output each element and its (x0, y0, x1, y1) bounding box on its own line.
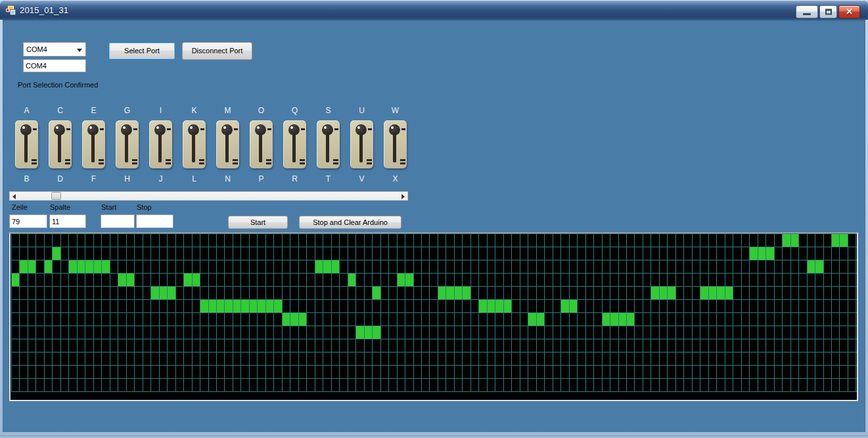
slider-bottom-label: N (216, 174, 239, 183)
slider-detail (333, 159, 338, 161)
fader-slider[interactable] (15, 120, 38, 168)
slider-detail (125, 132, 128, 162)
slider-detail (133, 128, 137, 130)
slider-detail (200, 128, 204, 130)
grid-note-cell (528, 313, 545, 326)
slider-top-label: C (49, 106, 72, 115)
fader-slider[interactable] (49, 120, 72, 168)
slider-top-label: I (149, 106, 172, 115)
scrollbar-thumb[interactable] (51, 192, 61, 200)
title-bar[interactable]: 2015_01_31 ✕ (0, 0, 868, 20)
com-port-input[interactable] (23, 59, 86, 72)
slider-detail (359, 132, 363, 162)
chevron-down-icon (77, 49, 82, 52)
slider-detail (233, 159, 238, 161)
slider-detail (167, 128, 171, 130)
close-icon: ✕ (846, 7, 853, 16)
slider-detail (123, 126, 126, 129)
slider-detail (300, 162, 305, 164)
slider-bottom-label: T (317, 174, 340, 183)
slider-detail (292, 132, 296, 162)
grid-note-cell (603, 313, 635, 326)
stop-and-clear-button[interactable]: Stop and Clear Arduino (299, 216, 401, 229)
stop-field[interactable] (136, 214, 173, 228)
fader-slider[interactable] (216, 120, 239, 168)
grid-note-cell (184, 274, 200, 287)
slider-detail (65, 162, 70, 164)
disconnect-port-button[interactable]: Disconnect Port (182, 42, 252, 60)
fader-slider[interactable] (250, 120, 273, 168)
grid-note-cell (356, 326, 380, 339)
scroll-left-arrow-icon[interactable] (12, 194, 16, 199)
grid-note-cell (750, 247, 774, 260)
app-icon-part (11, 10, 15, 14)
slider-detail (401, 128, 405, 130)
slider-detail (367, 159, 372, 161)
fader-slider[interactable] (82, 120, 105, 168)
zeile-field[interactable] (9, 214, 47, 228)
fader-slider[interactable] (317, 120, 340, 168)
start-label: Start (101, 203, 116, 211)
fader-slider[interactable] (384, 120, 407, 168)
scroll-right-arrow-icon[interactable] (401, 194, 405, 199)
slider-detail (267, 128, 271, 130)
slider-top-label: U (350, 106, 373, 115)
slider-detail (223, 126, 226, 129)
slider-detail (301, 128, 305, 130)
slider-detail (199, 159, 204, 161)
fader-slider[interactable] (116, 120, 139, 168)
close-button[interactable]: ✕ (838, 5, 860, 18)
slider-detail (156, 126, 159, 129)
slider-detail (393, 132, 396, 162)
slider-detail (58, 132, 61, 162)
zeile-label: Zeile (12, 203, 28, 211)
fader-slider[interactable] (283, 120, 306, 168)
start-field[interactable] (101, 214, 135, 228)
select-port-button[interactable]: Select Port (108, 42, 175, 60)
start-button[interactable]: Start (228, 216, 288, 229)
slider-detail (166, 162, 171, 164)
slider-top-label: Q (283, 106, 306, 115)
grid-note-cell (200, 300, 283, 313)
maximize-button[interactable] (819, 5, 837, 18)
slider-top-label: A (15, 106, 38, 115)
grid-note-cell (373, 287, 380, 300)
minimize-button[interactable] (796, 5, 818, 18)
slider-detail (259, 132, 262, 162)
slider-bottom-label: L (183, 174, 206, 183)
slider-top-label: E (82, 106, 105, 115)
fader-slider[interactable] (149, 120, 172, 168)
grid-note-cell (151, 287, 175, 300)
slider-top-label: G (116, 106, 139, 115)
spalte-field[interactable] (49, 214, 86, 228)
slider-detail (158, 132, 162, 162)
grid-note-cell (700, 287, 733, 300)
slider-detail (334, 128, 338, 130)
slider-bottom-label: B (15, 174, 38, 183)
slider-detail (89, 126, 92, 129)
slider-detail (333, 162, 338, 164)
slider-detail (65, 159, 70, 161)
sequencer-grid (11, 233, 857, 392)
fader-slider[interactable] (350, 120, 373, 168)
sequencer-grid-panel (9, 232, 858, 401)
fader-slider[interactable] (183, 120, 206, 168)
slider-top-label: K (183, 106, 206, 115)
slider-detail (166, 159, 171, 161)
slider-detail (266, 162, 271, 164)
slider-detail (66, 128, 70, 130)
horizontal-scrollbar[interactable] (9, 191, 408, 201)
slider-detail (32, 162, 37, 164)
com-port-dropdown[interactable]: COM4 (23, 42, 86, 57)
grid-note-cell (479, 300, 512, 313)
window-bottom-border (0, 432, 868, 438)
spalte-label: Spalte (50, 203, 70, 211)
slider-detail (368, 128, 372, 130)
slider-bottom-label: X (384, 174, 407, 183)
grid-note-cell (398, 274, 414, 287)
grid-note-cell (53, 247, 60, 260)
slider-detail (190, 126, 193, 129)
slider-detail (32, 159, 37, 161)
grid-note-cell (783, 234, 799, 247)
slider-detail (290, 126, 293, 129)
